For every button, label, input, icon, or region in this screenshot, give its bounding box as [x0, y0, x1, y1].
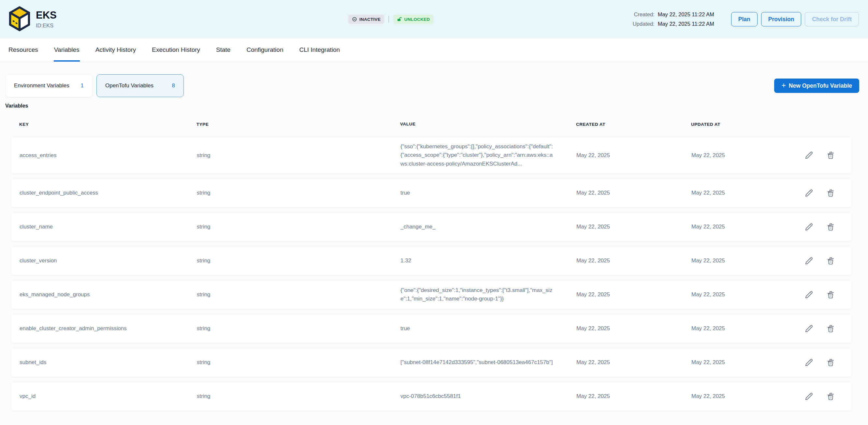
created-label: Created: — [633, 11, 655, 18]
edit-variable-button[interactable] — [804, 391, 814, 401]
cell-type: string — [197, 257, 400, 264]
cell-updated-at: May 22, 2025 — [691, 223, 799, 230]
cell-key: enable_cluster_creator_admin_permissions — [20, 325, 197, 332]
tab-state[interactable]: State — [216, 38, 231, 62]
table-row: eks_managed_node_groups string {"one":{"… — [11, 280, 852, 309]
delete-variable-button[interactable] — [826, 256, 835, 266]
trash-icon — [826, 189, 835, 198]
tab-configuration[interactable]: Configuration — [246, 38, 283, 62]
cell-updated-at: May 22, 2025 — [691, 257, 799, 264]
edit-variable-button[interactable] — [804, 188, 814, 198]
cell-value: true — [400, 324, 577, 333]
row-actions — [799, 222, 852, 232]
edit-variable-button[interactable] — [804, 290, 814, 300]
cell-created-at: May 22, 2025 — [577, 325, 691, 332]
filter-count-badge: 8 — [172, 83, 175, 89]
edit-variable-button[interactable] — [804, 324, 814, 333]
trash-icon — [826, 151, 835, 160]
section-title: Variables — [5, 103, 859, 109]
cell-value: ["subnet-08f14e7142d333595","subnet-0680… — [400, 358, 577, 367]
cell-updated-at: May 22, 2025 — [691, 152, 799, 159]
created-value: May 22, 2025 11:22 AM — [658, 11, 714, 18]
tab-bar: Resources Variables Activity History Exe… — [0, 38, 868, 62]
updated-value: May 22, 2025 11:22 AM — [658, 21, 714, 27]
cell-created-at: May 22, 2025 — [577, 152, 691, 159]
cell-created-at: May 22, 2025 — [577, 223, 691, 230]
edit-variable-button[interactable] — [804, 256, 814, 266]
filter-label: OpenTofu Variables — [105, 83, 153, 89]
cell-type: string — [197, 393, 400, 400]
column-header-type: TYPE — [196, 122, 400, 127]
trash-icon — [826, 256, 835, 265]
check-for-drift-button[interactable]: Check for Drift — [805, 12, 859, 26]
cell-key: cluster_name — [20, 223, 197, 230]
column-header-value: VALUE — [400, 121, 576, 128]
cell-updated-at: May 22, 2025 — [691, 393, 799, 400]
trash-icon — [826, 291, 835, 299]
row-actions — [799, 324, 852, 333]
cell-key: vpc_id — [20, 393, 197, 400]
cell-value: {"sso":{"kubernetes_groups":[],"policy_a… — [400, 143, 577, 168]
cell-updated-at: May 22, 2025 — [691, 292, 799, 298]
cell-type: string — [197, 325, 400, 332]
edit-variable-button[interactable] — [804, 151, 814, 160]
timestamps: Created: May 22, 2025 11:22 AM Updated: … — [633, 11, 714, 27]
cell-created-at: May 22, 2025 — [577, 359, 691, 366]
row-actions — [799, 290, 852, 300]
trash-icon — [826, 392, 835, 401]
cell-updated-at: May 22, 2025 — [691, 325, 799, 332]
page-header: EKS ID:EKS INACTIVE UNLOCKED Created: Ma… — [0, 0, 868, 38]
cell-type: string — [197, 190, 400, 196]
filter-tab-opentofu-variables[interactable]: OpenTofu Variables 8 — [96, 74, 184, 97]
cell-value: vpc-078b51c6cbc5581f1 — [400, 392, 577, 400]
edit-variable-button[interactable] — [804, 222, 814, 232]
delete-variable-button[interactable] — [826, 222, 835, 232]
tab-activity-history[interactable]: Activity History — [95, 38, 136, 62]
delete-variable-button[interactable] — [826, 290, 835, 300]
table-row: cluster_name string _change_me_ May 22, … — [11, 212, 852, 242]
cell-created-at: May 22, 2025 — [577, 257, 691, 264]
pencil-icon — [804, 324, 813, 333]
badge-divider — [389, 16, 389, 23]
filter-count-badge: 1 — [81, 83, 84, 89]
cube-mascot-icon — [7, 6, 32, 33]
cell-key: eks_managed_node_groups — [20, 292, 197, 298]
status-badge-unlocked: UNLOCKED — [393, 15, 434, 24]
cell-type: string — [197, 359, 400, 366]
table-row: subnet_ids string ["subnet-08f14e7142d33… — [11, 348, 852, 377]
delete-variable-button[interactable] — [826, 151, 835, 160]
filter-label: Environment Variables — [14, 83, 69, 89]
variables-table: KEY TYPE VALUE CREATED AT UPDATED AT acc… — [11, 114, 852, 411]
table-row: vpc_id string vpc-078b51c6cbc5581f1 May … — [11, 382, 852, 411]
table-row: enable_cluster_creator_admin_permissions… — [11, 314, 852, 343]
tab-variables[interactable]: Variables — [54, 38, 80, 62]
delete-variable-button[interactable] — [826, 391, 835, 401]
header-actions: Plan Provision Check for Drift — [731, 12, 859, 26]
status-badges: INACTIVE UNLOCKED — [348, 15, 433, 24]
tab-execution-history[interactable]: Execution History — [152, 38, 200, 62]
tab-resources[interactable]: Resources — [8, 38, 38, 62]
cell-value: {"one":{"desired_size":1,"instance_types… — [400, 286, 577, 303]
row-actions — [799, 151, 852, 160]
provision-button[interactable]: Provision — [761, 12, 802, 26]
table-header-row: KEY TYPE VALUE CREATED AT UPDATED AT — [11, 114, 852, 134]
edit-variable-button[interactable] — [804, 358, 814, 367]
page-subtitle: ID:EKS — [36, 23, 57, 29]
cell-type: string — [197, 152, 400, 159]
cell-updated-at: May 22, 2025 — [691, 190, 799, 196]
new-opentofu-variable-button[interactable]: + New OpenTofu Variable — [774, 79, 859, 93]
plan-button[interactable]: Plan — [731, 12, 757, 26]
column-header-updated-at: UPDATED AT — [691, 122, 799, 127]
tab-cli-integration[interactable]: CLI Integration — [299, 38, 340, 62]
cell-value: 1.32 — [400, 256, 577, 265]
cell-created-at: May 22, 2025 — [577, 190, 691, 196]
page-title: EKS — [36, 10, 57, 21]
delete-variable-button[interactable] — [826, 188, 835, 198]
minus-circle-icon — [352, 17, 357, 22]
delete-variable-button[interactable] — [826, 324, 835, 333]
filter-tab-environment-variables[interactable]: Environment Variables 1 — [5, 74, 93, 97]
delete-variable-button[interactable] — [826, 358, 835, 367]
column-header-created-at: CREATED AT — [576, 122, 691, 127]
row-actions — [799, 391, 852, 401]
updated-label: Updated: — [633, 21, 655, 27]
